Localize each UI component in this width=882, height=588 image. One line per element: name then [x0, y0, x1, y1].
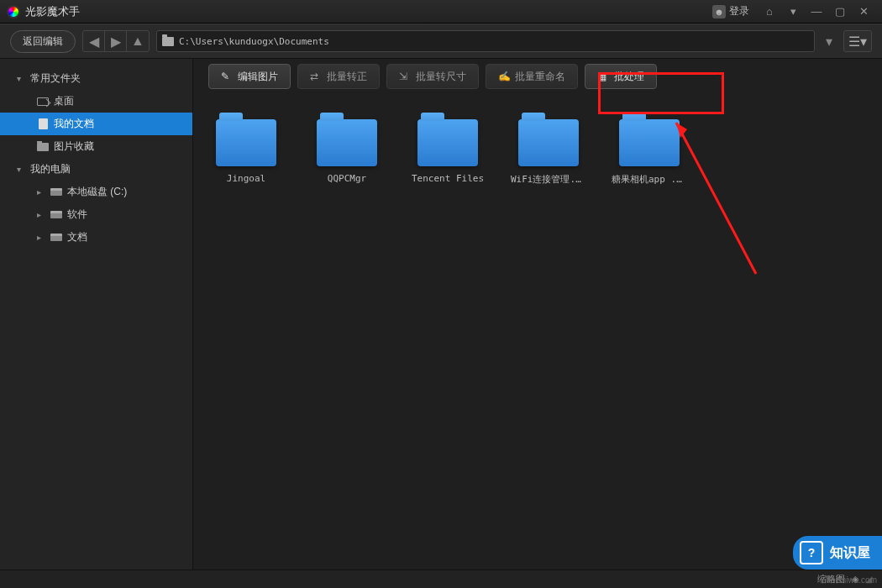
path-bar[interactable]: C:\Users\kunduogx\Documents	[156, 30, 815, 52]
batch-convert-button[interactable]: ⇄ 批量转正	[297, 64, 380, 89]
tree-label: 我的文档	[54, 117, 94, 131]
view-options-button[interactable]: ☰▾	[843, 30, 872, 52]
main-panel: ✎ 编辑图片 ⇄ 批量转正 ⇲ 批量转尺寸 ✍ 批量重命名 ▦ 批处理	[193, 59, 882, 570]
tree-docs[interactable]: ▸ 文档	[0, 226, 192, 249]
batch-rename-button[interactable]: ✍ 批量重命名	[486, 64, 578, 89]
tree-desktop[interactable]: 桌面	[0, 90, 192, 113]
close-button[interactable]: ✕	[852, 3, 875, 20]
batch-resize-button[interactable]: ⇲ 批量转尺寸	[386, 64, 479, 89]
drive-icon	[50, 209, 62, 221]
login-button[interactable]: ☻ 登录	[712, 4, 749, 18]
nav-arrows: ◀ ▶ ▲	[82, 30, 150, 52]
tree-label: 软件	[67, 207, 87, 222]
navbar: 返回编辑 ◀ ▶ ▲ C:\Users\kunduogx\Documents ▾…	[0, 24, 882, 59]
convert-icon: ⇄	[310, 71, 322, 82]
badge-text: 知识屋	[830, 544, 870, 562]
folder-label: QQPCMgr	[309, 173, 385, 184]
folder-icon	[162, 37, 174, 46]
resize-icon: ⇲	[399, 71, 411, 82]
rename-icon: ✍	[498, 71, 510, 82]
tree-label: 本地磁盘 (C:)	[67, 185, 127, 199]
tree-label: 图片收藏	[54, 139, 94, 154]
statusbar: 缩略图 ◈ ◢	[0, 570, 882, 588]
tree-software[interactable]: ▸ 软件	[0, 203, 192, 226]
home-button[interactable]: ⌂	[758, 3, 781, 20]
body: ▾ 常用文件夹 桌面 我的文档 图片收藏 ▾ 我的电脑 ▸ 本地磁盘 (C:) …	[0, 59, 882, 570]
tree-label: 我的电脑	[30, 162, 71, 176]
folder-item[interactable]: Tencent Files	[410, 119, 486, 186]
desktop-icon	[37, 96, 49, 108]
collapse-icon: ▾	[17, 165, 25, 174]
btn-label: 批处理	[614, 70, 644, 84]
expand-icon: ▸	[37, 210, 45, 219]
tree-label: 文档	[67, 230, 87, 244]
path-dropdown[interactable]: ▾	[822, 30, 837, 52]
btn-label: 编辑图片	[238, 70, 278, 84]
login-label: 登录	[729, 4, 749, 18]
folder-label: Tencent Files	[410, 173, 486, 184]
user-icon: ☻	[712, 5, 726, 18]
nav-forward-button[interactable]: ▶	[105, 31, 127, 51]
nav-up-button[interactable]: ▲	[127, 31, 149, 51]
tree-label: 常用文件夹	[30, 71, 81, 86]
watermark: zhishiwu.com	[827, 575, 877, 585]
drive-icon	[50, 232, 62, 244]
document-icon	[37, 118, 49, 130]
app-title: 光影魔术手	[25, 4, 712, 19]
folder-icon	[216, 119, 276, 166]
collapse-icon: ▾	[17, 74, 25, 83]
folder-item[interactable]: QQPCMgr	[309, 119, 385, 186]
dropdown-button[interactable]: ▾	[781, 3, 805, 20]
tree-label: 桌面	[54, 94, 74, 108]
btn-label: 批量转尺寸	[416, 70, 466, 84]
window-controls: ⌂ ▾ ― ▢ ✕	[758, 3, 875, 20]
drive-icon	[50, 186, 62, 198]
folder-icon	[619, 119, 680, 166]
edit-image-button[interactable]: ✎ 编辑图片	[208, 64, 291, 89]
tree-drive-c[interactable]: ▸ 本地磁盘 (C:)	[0, 181, 192, 203]
folder-label: WiFi连接管理...	[511, 173, 586, 186]
expand-icon: ▸	[37, 187, 45, 197]
pencil-icon: ✎	[221, 71, 233, 82]
tree-fav-folders[interactable]: ▾ 常用文件夹	[0, 67, 192, 90]
tree-my-documents[interactable]: 我的文档	[0, 113, 192, 135]
batch-icon: ▦	[597, 71, 609, 82]
tree-pic-favorites[interactable]: 图片收藏	[0, 135, 192, 158]
path-text: C:\Users\kunduogx\Documents	[179, 36, 329, 47]
toolbar: ✎ 编辑图片 ⇄ 批量转正 ⇲ 批量转尺寸 ✍ 批量重命名 ▦ 批处理	[193, 59, 882, 94]
expand-icon: ▸	[37, 233, 45, 242]
titlebar: 光影魔术手 ☻ 登录 ⌂ ▾ ― ▢ ✕	[0, 0, 882, 24]
btn-label: 批量转正	[327, 70, 367, 84]
folder-label: Jingoal	[208, 173, 284, 184]
folder-icon	[317, 119, 377, 166]
sidebar: ▾ 常用文件夹 桌面 我的文档 图片收藏 ▾ 我的电脑 ▸ 本地磁盘 (C:) …	[0, 59, 193, 570]
tree-my-pc[interactable]: ▾ 我的电脑	[0, 158, 192, 181]
site-badge: ? 知识屋	[793, 536, 882, 570]
folder-item[interactable]: 糖果相机app ...	[612, 119, 687, 186]
folder-icon	[518, 119, 579, 166]
btn-label: 批量重命名	[515, 70, 565, 84]
minimize-button[interactable]: ―	[805, 3, 828, 20]
back-to-edit-button[interactable]: 返回编辑	[10, 30, 76, 53]
folder-item[interactable]: Jingoal	[208, 119, 284, 186]
batch-process-button[interactable]: ▦ 批处理	[585, 64, 657, 89]
folder-icon	[417, 119, 478, 166]
nav-back-button[interactable]: ◀	[83, 31, 105, 51]
folder-item[interactable]: WiFi连接管理...	[511, 119, 586, 186]
folder-label: 糖果相机app ...	[612, 173, 687, 186]
app-icon	[7, 5, 20, 18]
badge-icon: ?	[800, 541, 823, 564]
maximize-button[interactable]: ▢	[828, 3, 852, 20]
folder-icon	[37, 141, 49, 153]
file-grid: Jingoal QQPCMgr Tencent Files WiFi连接管理..…	[193, 94, 882, 211]
